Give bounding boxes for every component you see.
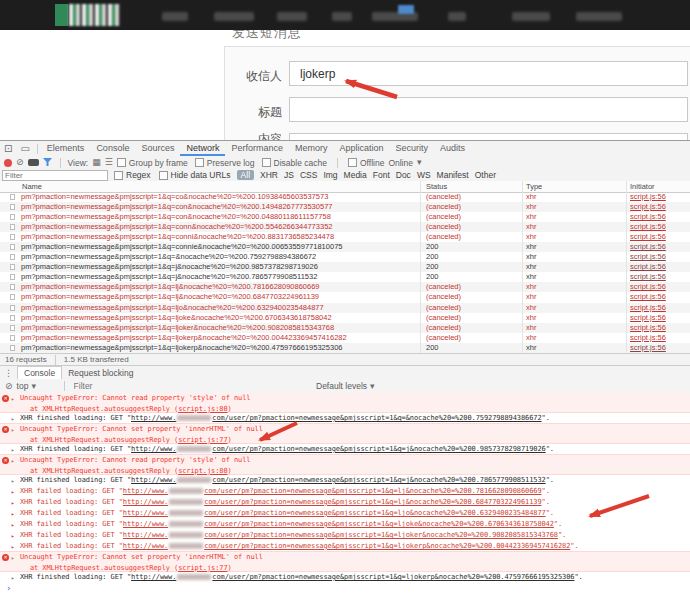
expand-triangle-icon[interactable]: ▸ (11, 425, 15, 436)
app-logo[interactable] (55, 4, 121, 26)
request-url-link[interactable]: http://www.com/user/pm?pmaction=newmessa… (131, 414, 541, 422)
checkbox-disable-cache[interactable]: Disable cache (262, 158, 327, 168)
clear-console-icon[interactable]: ⊘ (5, 382, 13, 391)
network-request-row[interactable]: pm?pmaction=newmessage&pmjsscript=1&q=co… (0, 192, 690, 202)
request-initiator-link[interactable]: script.js:56 (630, 343, 666, 353)
request-initiator-link[interactable]: script.js:56 (630, 303, 666, 313)
type-filter-media[interactable]: Media (344, 170, 367, 180)
expand-triangle-icon[interactable]: ▸ (11, 456, 15, 467)
request-initiator-link[interactable]: script.js:56 (630, 323, 666, 333)
tab-security[interactable]: Security (390, 141, 435, 156)
waterfall-view-icon[interactable]: ☰ (105, 158, 113, 167)
type-filter-doc[interactable]: Doc (396, 170, 411, 180)
expand-triangle-icon[interactable]: ▸ (11, 486, 15, 497)
network-request-row[interactable]: pm?pmaction=newmessage&pmjsscript=1&q=co… (0, 202, 690, 212)
request-initiator-link[interactable]: script.js:56 (630, 242, 666, 252)
expand-triangle-icon[interactable]: ▸ (11, 475, 15, 486)
network-request-row[interactable]: pm?pmaction=newmessage&pmjsscript=1&q=co… (0, 212, 690, 222)
console-error-message[interactable]: ✕ ▸ Uncaught TypeError: Cannot read prop… (0, 393, 690, 413)
request-url-link[interactable]: http://www.com/user/pm?pmaction=newmessa… (131, 445, 546, 453)
network-request-row[interactable]: pm?pmaction=newmessage&pmjsscript=1&q=lj… (0, 282, 690, 292)
request-url-link[interactable]: http://www.com/user/pm?pmaction=newmessa… (123, 542, 570, 550)
request-url-link[interactable]: http://www.com/user/pm?pmaction=newmessa… (131, 476, 546, 484)
checkbox-regex[interactable]: Regex (114, 170, 151, 180)
source-location-link[interactable]: script.js:80 (178, 467, 227, 475)
record-icon[interactable] (4, 159, 12, 167)
nav-item-blurred[interactable] (576, 12, 622, 21)
source-location-link[interactable]: script.js:80 (178, 405, 227, 413)
capture-screenshots-icon[interactable] (28, 159, 39, 166)
expand-triangle-icon[interactable]: ▸ (11, 519, 15, 530)
inspect-element-icon[interactable]: ⊡ (0, 143, 16, 154)
console-xhr-message[interactable]: ▸XHR failed loading: GET "http://www.com… (0, 519, 690, 530)
checkbox-offline[interactable]: Offline (348, 158, 384, 168)
console-xhr-message[interactable]: ▸XHR finished loading: GET "http://www.c… (0, 475, 690, 486)
type-filter-other[interactable]: Other (475, 170, 496, 180)
expand-triangle-icon[interactable]: ▸ (11, 508, 15, 519)
request-initiator-link[interactable]: script.js:56 (630, 272, 666, 282)
request-initiator-link[interactable]: script.js:56 (630, 252, 666, 262)
request-url-link[interactable]: http://www.com/user/pm?pmaction=newmessa… (123, 498, 542, 506)
request-url-link[interactable]: http://www.com/user/pm?pmaction=newmessa… (123, 487, 542, 495)
column-divider[interactable] (522, 181, 523, 353)
request-url-link[interactable]: http://www.com/user/pm?pmaction=newmessa… (131, 573, 574, 581)
type-filter-xhr[interactable]: XHR (260, 170, 278, 180)
tab-memory[interactable]: Memory (289, 141, 334, 156)
log-levels-dropdown[interactable]: Default levels ▾ (316, 381, 375, 391)
console-error-message[interactable]: ✕ ▸ Uncaught TypeError: Cannot set prope… (0, 551, 690, 572)
nav-item-blurred[interactable] (332, 12, 352, 21)
network-filter-input[interactable] (2, 170, 108, 181)
subject-input[interactable] (289, 97, 688, 122)
online-throttle-label[interactable]: Online (388, 158, 413, 168)
tab-elements[interactable]: Elements (41, 141, 91, 156)
expand-triangle-icon[interactable]: ▸ (11, 553, 15, 564)
chevron-down-icon[interactable]: ▾ (417, 158, 422, 167)
device-toolbar-icon[interactable]: ▭ (16, 143, 33, 154)
network-request-row[interactable]: pm?pmaction=newmessage&pmjsscript=1&q=lj… (0, 323, 690, 333)
type-filter-img[interactable]: Img (323, 170, 337, 180)
tab-audits[interactable]: Audits (434, 141, 471, 156)
tab-performance[interactable]: Performance (225, 141, 289, 156)
tab-console[interactable]: Console (90, 141, 135, 156)
request-url-link[interactable]: http://www.com/user/pm?pmaction=newmessa… (123, 520, 554, 528)
column-header-initiator[interactable]: Initiator (630, 181, 655, 192)
type-filter-ws[interactable]: WS (417, 170, 431, 180)
expand-triangle-icon[interactable]: ▸ (11, 497, 15, 508)
request-initiator-link[interactable]: script.js:56 (630, 212, 666, 222)
request-url-link[interactable]: http://www.com/user/pm?pmaction=newmessa… (123, 509, 546, 517)
network-request-row[interactable]: pm?pmaction=newmessage&pmjsscript=1&q=lj… (0, 313, 690, 323)
drawer-menu-icon[interactable]: ⋮ (0, 368, 17, 378)
source-location-link[interactable]: script.js:77 (178, 436, 227, 444)
request-initiator-link[interactable]: script.js:56 (630, 333, 666, 343)
request-initiator-link[interactable]: script.js:56 (630, 222, 666, 232)
nav-item-blurred[interactable] (214, 12, 254, 21)
network-request-row[interactable]: pm?pmaction=newmessage&pmjsscript=1&q=lj… (0, 292, 690, 302)
context-selector[interactable]: top ▾ (17, 381, 57, 391)
expand-triangle-icon[interactable]: ▸ (11, 394, 15, 405)
network-request-row[interactable]: pm?pmaction=newmessage&pmjsscript=1&q=co… (0, 232, 690, 242)
request-initiator-link[interactable]: script.js:56 (630, 192, 666, 202)
console-xhr-message[interactable]: ▸XHR failed loading: GET "http://www.com… (0, 497, 690, 508)
network-request-row[interactable]: pm?pmaction=newmessage&pmjsscript=1&q=co… (0, 222, 690, 232)
request-initiator-link[interactable]: script.js:56 (630, 313, 666, 323)
expand-triangle-icon[interactable]: ▸ (11, 530, 15, 541)
network-request-row[interactable]: pm?pmaction=newmessage&pmjsscript=1&q=lj… (0, 343, 690, 353)
filter-icon[interactable] (43, 158, 53, 167)
nav-item-blurred[interactable] (512, 12, 550, 21)
column-header-type[interactable]: Type (526, 181, 542, 192)
expand-triangle-icon[interactable]: ▸ (11, 572, 15, 583)
network-request-row[interactable]: pm?pmaction=newmessage&pmjsscript=1&q=lj… (0, 333, 690, 343)
console-xhr-message[interactable]: ▸XHR finished loading: GET "http://www.c… (0, 572, 690, 583)
request-initiator-link[interactable]: script.js:56 (630, 262, 666, 272)
checkbox-group-by-frame[interactable]: Group by frame (117, 158, 188, 168)
type-filter-css[interactable]: CSS (300, 170, 317, 180)
checkbox-hide-data-urls[interactable]: Hide data URLs (159, 170, 231, 180)
source-location-link[interactable]: script.js:77 (178, 564, 227, 572)
console-error-message[interactable]: ✕ ▸ Uncaught TypeError: Cannot read prop… (0, 454, 690, 475)
tab-sources[interactable]: Sources (135, 141, 180, 156)
request-initiator-link[interactable]: script.js:56 (630, 292, 666, 302)
network-request-row[interactable]: pm?pmaction=newmessage&pmjsscript=1&q=j&… (0, 262, 690, 272)
column-divider[interactable] (420, 181, 421, 353)
nav-item-blurred[interactable] (277, 12, 307, 21)
recipient-input[interactable] (289, 61, 688, 86)
